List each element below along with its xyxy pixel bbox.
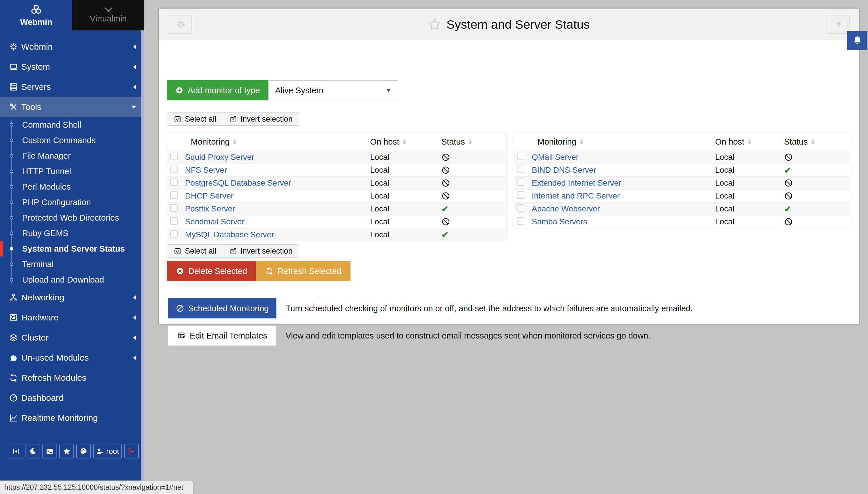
monitor-link[interactable]: Sendmail Server <box>185 217 244 226</box>
sidebar-subitem[interactable]: Perl Modules <box>0 179 144 194</box>
select-all-button[interactable]: Select all <box>167 112 223 126</box>
sidebar-item-cluster[interactable]: Cluster <box>0 328 144 348</box>
sidebar-item-dashboard[interactable]: Dashboard <box>0 388 144 408</box>
theme-button[interactable] <box>76 444 91 458</box>
monitor-link[interactable]: Postfix Server <box>185 204 235 213</box>
column-header-status[interactable]: Status <box>441 133 507 151</box>
sidebar-item-hardware[interactable]: Hardware <box>0 307 144 328</box>
bullet-icon <box>10 278 13 281</box>
edit-email-templates-button[interactable]: Edit Email Templates <box>168 326 276 346</box>
row-checkbox[interactable] <box>170 204 178 212</box>
schedule-clock-icon <box>176 304 184 313</box>
sidebar-scrollbar[interactable] <box>141 31 144 494</box>
tab-webmin[interactable]: Webmin <box>0 0 72 31</box>
monitor-link[interactable]: BIND DNS Server <box>532 166 596 174</box>
column-header-onhost[interactable]: On host <box>370 133 441 151</box>
sidebar-bottom-toolbar: root <box>8 444 138 458</box>
sidebar-subitem[interactable]: HTTP Tunnel <box>0 164 144 179</box>
checkbox-check-icon <box>174 247 181 255</box>
bullet-icon <box>10 185 13 189</box>
sort-icon <box>468 139 472 145</box>
favorites-button[interactable] <box>59 444 74 458</box>
monitor-link[interactable]: NFS Server <box>185 166 227 174</box>
monitor-link[interactable]: Internet and RPC Server <box>532 191 620 200</box>
sidebar-item-networking[interactable]: Networking <box>0 287 144 307</box>
module-config-button[interactable] <box>170 15 192 34</box>
row-checkbox[interactable] <box>517 204 524 212</box>
row-checkbox[interactable] <box>170 153 178 160</box>
monitor-host-cell: Local <box>370 228 441 241</box>
row-checkbox[interactable] <box>170 166 178 173</box>
user-button[interactable]: root <box>93 444 122 458</box>
add-monitor-button[interactable]: Add monitor of type <box>167 80 268 100</box>
sidebar-subitem[interactable]: Command Shell <box>0 117 144 133</box>
monitor-name-cell: NFS Server <box>185 164 370 177</box>
bullet-icon <box>10 231 13 235</box>
monitor-name-cell: BIND DNS Server <box>532 164 715 177</box>
monitor-link[interactable]: Squid Proxy Server <box>185 153 254 162</box>
checkbox-cell <box>167 190 185 203</box>
row-checkbox[interactable] <box>170 230 178 238</box>
monitor-link[interactable]: Apache Webserver <box>532 204 600 213</box>
sidebar-subitem[interactable]: PHP Configuration <box>0 194 144 210</box>
filter-funnel-icon <box>834 20 843 29</box>
collapse-sidebar-button[interactable] <box>8 444 23 458</box>
terminal-button[interactable] <box>42 444 57 458</box>
monitor-row: MySQL Database Server Local ✔ <box>167 228 507 241</box>
logout-button[interactable] <box>124 444 138 458</box>
sort-icon <box>403 139 406 145</box>
sidebar-subitem[interactable]: File Manager <box>0 148 144 164</box>
row-checkbox[interactable] <box>517 191 524 199</box>
harddrive-icon <box>8 313 18 322</box>
sidebar-item-refresh-modules[interactable]: Refresh Modules <box>0 368 144 388</box>
status-down-icon <box>441 166 507 174</box>
favorite-star-icon[interactable] <box>428 18 441 31</box>
monitor-link[interactable]: DHCP Server <box>185 191 234 200</box>
monitor-link[interactable]: Samba Servers <box>532 217 587 226</box>
monitor-link[interactable]: QMail Server <box>532 153 579 162</box>
sidebar-subitem[interactable]: Protected Web Directories <box>0 210 144 226</box>
tab-virtualmin[interactable]: Virtualmin <box>72 0 144 31</box>
column-header-monitoring[interactable]: Monitoring <box>185 133 370 151</box>
column-header-onhost[interactable]: On host <box>715 133 784 151</box>
sidebar-subitem[interactable]: Ruby GEMS <box>0 226 144 241</box>
invert-selection-button[interactable]: Invert selection <box>223 244 299 258</box>
checkbox-cell <box>167 215 185 228</box>
row-checkbox[interactable] <box>517 217 524 225</box>
row-checkbox[interactable] <box>517 178 524 186</box>
sidebar-item-tools[interactable]: Tools <box>0 97 144 117</box>
invert-selection-button[interactable]: Invert selection <box>223 112 299 126</box>
notifications-button[interactable] <box>847 31 867 50</box>
sidebar-subitem[interactable]: Custom Commands <box>0 133 144 148</box>
row-checkbox[interactable] <box>170 217 178 225</box>
sidebar-item-realtime-monitoring[interactable]: Realtime Monitoring <box>0 408 144 428</box>
column-header-monitoring[interactable]: Monitoring <box>532 133 715 151</box>
select-all-button[interactable]: Select all <box>167 244 223 258</box>
sidebar-item-servers[interactable]: Servers <box>0 77 144 97</box>
monitor-link[interactable]: Extended Internet Server <box>532 178 621 187</box>
row-checkbox[interactable] <box>170 178 178 186</box>
tab-virtualmin-label: Virtualmin <box>90 14 127 23</box>
sidebar-subitem[interactable]: Terminal <box>0 256 144 272</box>
monitor-status-cell: ✔ <box>784 190 850 203</box>
refresh-icon <box>8 373 18 383</box>
monitor-link[interactable]: MySQL Database Server <box>185 230 274 239</box>
sidebar-subitem[interactable]: Upload and Download <box>0 272 144 287</box>
night-mode-button[interactable] <box>25 444 40 458</box>
monitor-link[interactable]: PostgreSQL Database Server <box>185 178 291 187</box>
filter-button[interactable] <box>828 15 850 34</box>
sidebar-item-system[interactable]: System <box>0 57 144 77</box>
monitor-type-select[interactable]: Alive System ▼ <box>269 80 398 100</box>
moon-icon <box>29 448 36 455</box>
sidebar-subitem[interactable]: System and Server Status <box>0 241 144 256</box>
status-up-icon: ✔ <box>441 204 449 214</box>
row-checkbox[interactable] <box>170 191 178 199</box>
scheduled-monitoring-button[interactable]: Scheduled Monitoring <box>168 298 276 319</box>
row-checkbox[interactable] <box>517 166 524 173</box>
column-header-status[interactable]: Status <box>784 133 850 151</box>
sidebar-item-unused-modules[interactable]: Un-used Modules <box>0 348 144 368</box>
row-checkbox[interactable] <box>517 153 524 160</box>
sidebar-item-webmin[interactable]: Webmin <box>0 37 144 57</box>
delete-selected-button[interactable]: Delete Selected <box>167 261 256 281</box>
refresh-selected-button[interactable]: Refresh Selected <box>256 261 350 281</box>
